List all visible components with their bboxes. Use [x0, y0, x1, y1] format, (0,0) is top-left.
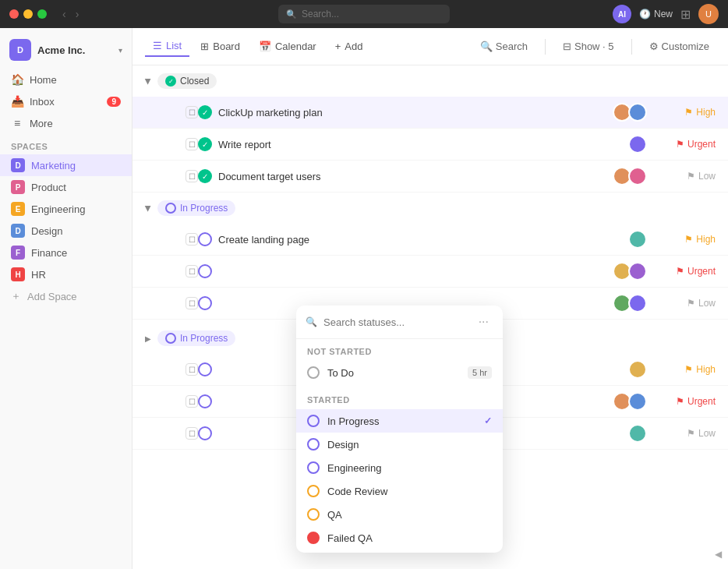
status-item-engineering[interactable]: Engineering — [296, 456, 503, 479]
show-icon: ⊟ — [563, 41, 571, 52]
ai-button[interactable]: AI — [613, 5, 631, 23]
avatar — [628, 262, 647, 281]
status-item-design[interactable]: Design — [296, 433, 503, 456]
task-status-icon[interactable] — [198, 394, 212, 408]
status-item-codereview[interactable]: Code Review — [296, 479, 503, 503]
sidebar-item-hr[interactable]: H HR — [0, 263, 132, 285]
sidebar-item-design[interactable]: D Design — [0, 220, 132, 242]
minimize-dot[interactable] — [23, 9, 33, 19]
titlebar-search-bar[interactable]: 🔍 — [278, 5, 450, 23]
inprogress-status-icon — [307, 415, 320, 427]
table-row[interactable]: ⋮⋮ ☐ Create landing page ⚑ High — [133, 224, 728, 256]
calendar-tab-icon: 📅 — [259, 41, 271, 52]
sidebar-item-engineering[interactable]: E Engineering — [0, 198, 132, 220]
failedqa-status-icon — [307, 532, 320, 544]
inprogress-status-dot — [165, 203, 176, 214]
clock-icon: 🕐 — [639, 9, 651, 19]
add-tab-icon: + — [335, 41, 341, 52]
design-label: Design — [31, 225, 62, 237]
task-checkbox[interactable]: ☐ — [186, 233, 198, 246]
home-icon: 🏠 — [11, 73, 23, 86]
table-row[interactable]: ⋮⋮ ☐ ✓ Document target users ⚑ Low — [133, 161, 728, 193]
task-status-icon[interactable] — [198, 264, 212, 278]
task-status-icon[interactable]: ✓ — [198, 105, 212, 119]
new-button[interactable]: 🕐 New — [639, 9, 673, 19]
sidebar: D Acme Inc. ▾ 🏠 Home 📥 Inbox 9 ≡ More Sp… — [0, 28, 133, 569]
maximize-dot[interactable] — [37, 9, 47, 19]
list-tab-icon: ☰ — [153, 40, 162, 51]
section-header-inprogress[interactable]: ▶ In Progress — [133, 193, 728, 224]
task-status-icon[interactable]: ✓ — [198, 169, 212, 183]
avatar — [628, 392, 647, 411]
time-badge: 5 hr — [468, 366, 492, 379]
task-status-icon[interactable] — [198, 362, 212, 376]
sidebar-item-inbox[interactable]: 📥 Inbox 9 — [0, 90, 132, 112]
add-space-button[interactable]: ＋ Add Space — [0, 285, 132, 307]
dropdown-search-bar: 🔍 ··· — [296, 306, 503, 339]
toolbar: ☰ List ⊞ Board 📅 Calendar + Add 🔍 Search — [133, 28, 728, 65]
task-status-icon[interactable]: ✓ — [198, 137, 212, 151]
avatar — [628, 230, 647, 249]
user-avatar[interactable]: U — [698, 4, 719, 24]
tab-calendar[interactable]: 📅 Calendar — [251, 37, 324, 56]
inbox-icon: 📥 — [11, 95, 23, 108]
sidebar-item-marketing[interactable]: D Marketing — [0, 154, 132, 176]
forward-arrow[interactable]: › — [72, 6, 83, 22]
task-name: Create landing page — [218, 234, 622, 246]
task-status-icon[interactable] — [198, 296, 212, 310]
design-status-icon — [307, 438, 320, 451]
priority-flag: ⚑ Urgent — [661, 139, 716, 150]
section-header-closed[interactable]: ▶ ✓ Closed — [133, 65, 728, 97]
priority-flag: ⚑ Low — [661, 428, 716, 439]
gear-icon: ⚙ — [649, 41, 659, 52]
task-checkbox[interactable]: ☐ — [186, 395, 198, 408]
workspace-header[interactable]: D Acme Inc. ▾ — [0, 34, 132, 65]
show-button[interactable]: ⊟ Show · 5 — [557, 37, 620, 56]
dropdown-more-button[interactable]: ··· — [474, 313, 493, 330]
app-layout: D Acme Inc. ▾ 🏠 Home 📥 Inbox 9 ≡ More Sp… — [0, 28, 728, 569]
tab-board[interactable]: ⊞ Board — [193, 37, 248, 56]
tab-add[interactable]: + Add — [327, 37, 371, 56]
sidebar-item-product[interactable]: P Product — [0, 176, 132, 198]
avatar — [628, 424, 647, 443]
table-row[interactable]: ⋮⋮ ☐ ⚑ Urgent — [133, 256, 728, 288]
board-tab-icon: ⊞ — [200, 41, 209, 52]
customize-button[interactable]: ⚙ Customize — [643, 37, 716, 56]
sidebar-item-more[interactable]: ≡ More — [0, 112, 132, 134]
status-item-todo[interactable]: To Do 5 hr — [296, 361, 503, 384]
avatar — [628, 103, 647, 122]
search-button[interactable]: 🔍 Search — [474, 37, 534, 56]
task-avatars — [613, 392, 647, 411]
task-checkbox[interactable]: ☐ — [186, 170, 198, 182]
inprogress2-section-chevron: ▶ — [145, 334, 151, 343]
grid-icon[interactable]: ⊞ — [680, 7, 691, 22]
status-item-failedqa[interactable]: Failed QA — [296, 526, 503, 550]
tab-list[interactable]: ☰ List — [145, 36, 189, 57]
task-checkbox[interactable]: ☐ — [186, 265, 198, 277]
closed-section-chevron: ▶ — [144, 78, 153, 84]
not-started-section: NOT STARTED To Do 5 hr — [296, 339, 503, 387]
task-status-icon[interactable] — [198, 426, 212, 440]
sidebar-item-finance[interactable]: F Finance — [0, 242, 132, 263]
close-dot[interactable] — [9, 9, 19, 19]
divider — [545, 39, 546, 55]
status-item-qa[interactable]: QA — [296, 503, 503, 526]
task-name: Write report — [218, 139, 622, 150]
task-checkbox[interactable]: ☐ — [186, 363, 198, 376]
task-status-icon[interactable] — [198, 232, 212, 246]
sidebar-item-home[interactable]: 🏠 Home — [0, 69, 132, 90]
status-dropdown: 🔍 ··· NOT STARTED To Do 5 hr STARTED — [296, 306, 503, 553]
table-row[interactable]: ⋮⋮ ☐ ✓ Write report ⚑ Urgent — [133, 129, 728, 161]
dropdown-search-input[interactable] — [323, 316, 468, 328]
marketing-icon: D — [11, 158, 25, 172]
task-checkbox[interactable]: ☐ — [186, 106, 198, 118]
status-item-inprogress[interactable]: In Progress ✓ — [296, 409, 503, 433]
back-arrow[interactable]: ‹ — [59, 6, 69, 22]
titlebar-search-input[interactable] — [302, 9, 442, 19]
task-checkbox[interactable]: ☐ — [186, 297, 198, 309]
check-icon: ✓ — [484, 415, 492, 426]
finance-icon: F — [11, 246, 25, 260]
table-row[interactable]: ⋮⋮ ☐ ✓ ClickUp marketing plan ⚑ High — [133, 97, 728, 129]
task-checkbox[interactable]: ☐ — [186, 427, 198, 440]
task-checkbox[interactable]: ☐ — [186, 138, 198, 150]
